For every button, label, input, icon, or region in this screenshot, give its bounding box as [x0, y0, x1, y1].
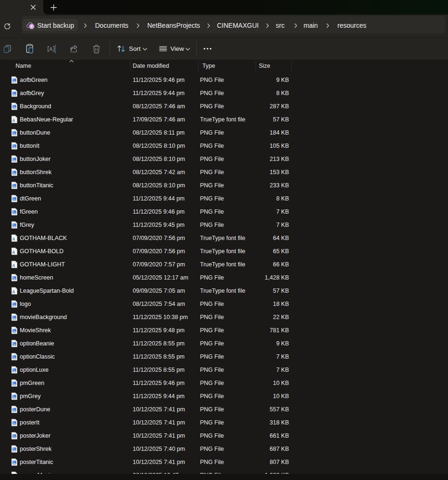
svg-text:A: A: [12, 263, 15, 268]
svg-text:A: A: [12, 250, 15, 255]
svg-text:A: A: [12, 237, 15, 241]
svg-text:A: A: [49, 47, 53, 52]
svg-text:A: A: [12, 289, 15, 294]
svg-text:A: A: [12, 118, 15, 123]
